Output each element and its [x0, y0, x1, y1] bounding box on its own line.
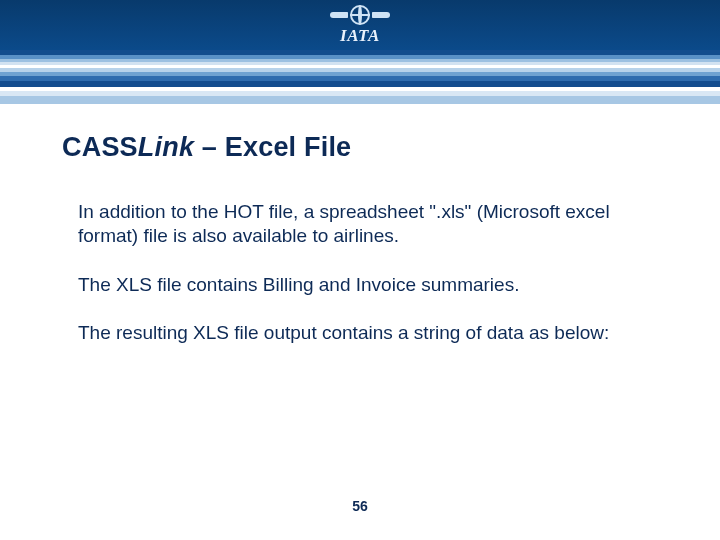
title-prefix: CASS	[62, 132, 138, 162]
title-suffix: – Excel File	[194, 132, 351, 162]
page-number: 56	[0, 498, 720, 514]
iata-logo-icon	[330, 5, 390, 25]
wing-left-icon	[330, 12, 348, 18]
slide-title: CASSLink – Excel File	[62, 132, 351, 163]
wing-right-icon	[372, 12, 390, 18]
paragraph-2: The XLS file contains Billing and Invoic…	[78, 273, 650, 297]
paragraph-1: In addition to the HOT file, a spreadshe…	[78, 200, 650, 249]
iata-logo: IATA	[330, 5, 390, 46]
globe-icon	[350, 5, 370, 25]
body-text: In addition to the HOT file, a spreadshe…	[78, 200, 650, 369]
slide: IATA CASSLink – Excel File In addition t…	[0, 0, 720, 540]
iata-logo-text: IATA	[340, 26, 380, 46]
title-italic: Link	[138, 132, 194, 162]
header-logo-strip: IATA	[0, 0, 720, 50]
band-12	[0, 96, 720, 104]
paragraph-3: The resulting XLS file output contains a…	[78, 321, 650, 345]
